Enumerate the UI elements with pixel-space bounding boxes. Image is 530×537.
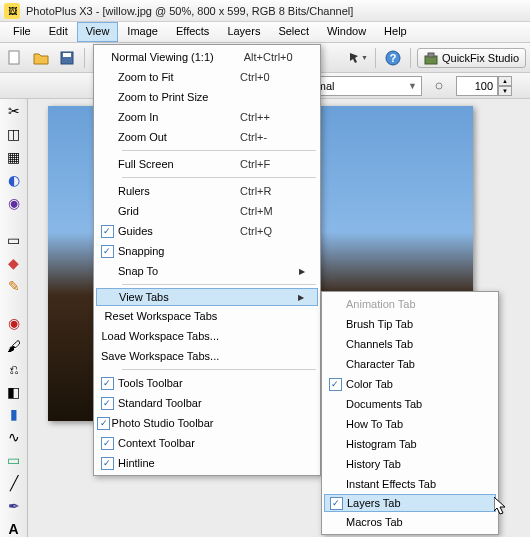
selection-tool[interactable]: ▦ (4, 149, 24, 166)
text-edit-tool[interactable]: ✎ (4, 277, 24, 294)
menu-save-tabs[interactable]: Save Workspace Tabs... (96, 346, 318, 366)
line-tool[interactable]: ╱ (4, 475, 24, 492)
check-icon: ✓ (101, 245, 114, 258)
crop-tool[interactable]: ✂ (4, 103, 24, 120)
quickfix-studio-button[interactable]: QuickFix Studio (417, 48, 526, 68)
check-icon: ✓ (101, 437, 114, 450)
color-select-tool[interactable]: ◆ (4, 254, 24, 271)
menu-view-tabs[interactable]: View Tabs▶ (96, 288, 318, 306)
chevron-down-icon: ▼ (408, 81, 417, 91)
menu-edit[interactable]: Edit (40, 22, 77, 42)
menu-window[interactable]: Window (318, 22, 375, 42)
brush-tool[interactable]: 🖌 (4, 337, 24, 354)
menu-reset-tabs[interactable]: Reset Workspace Tabs (96, 306, 318, 326)
mouse-cursor-icon (494, 497, 510, 517)
menu-macros-tab[interactable]: Macros Tab (324, 512, 496, 532)
menu-hintline[interactable]: ✓Hintline (96, 453, 318, 473)
spin-up-icon[interactable]: ▲ (498, 76, 512, 86)
submenu-arrow-icon: ▶ (296, 267, 308, 276)
svg-text:?: ? (390, 52, 397, 64)
quickfix-label: QuickFix Studio (442, 52, 519, 64)
menu-zoom-to-print[interactable]: Zoom to Print Size (96, 87, 318, 107)
menu-histogram-tab[interactable]: Histogram Tab (324, 434, 496, 454)
pointer-icon[interactable]: ▼ (347, 47, 369, 69)
spin-down-icon[interactable]: ▼ (498, 86, 512, 96)
menu-select[interactable]: Select (269, 22, 318, 42)
check-icon: ✓ (101, 377, 114, 390)
menu-zoom-in[interactable]: Zoom InCtrl++ (96, 107, 318, 127)
help-icon[interactable]: ? (382, 47, 404, 69)
menu-layers[interactable]: Layers (218, 22, 269, 42)
smudge-tool[interactable]: ∿ (4, 429, 24, 446)
pen-tool[interactable]: ✒ (4, 497, 24, 514)
menu-full-screen[interactable]: Full ScreenCtrl+F (96, 154, 318, 174)
menu-file[interactable]: File (4, 22, 40, 42)
view-tabs-submenu: Animation Tab Brush Tip Tab Channels Tab… (321, 291, 499, 535)
menu-separator (122, 150, 316, 151)
quickfix-icon (424, 51, 438, 65)
opacity-spinner[interactable]: 100 ▲▼ (456, 76, 512, 96)
menu-photo-studio-toolbar[interactable]: ✓Photo Studio Toolbar (96, 413, 318, 433)
menu-load-tabs[interactable]: Load Workspace Tabs... (96, 326, 318, 346)
menu-howto-tab[interactable]: How To Tab (324, 414, 496, 434)
menu-animation-tab[interactable]: Animation Tab (324, 294, 496, 314)
menubar: File Edit View Image Effects Layers Sele… (0, 22, 530, 43)
submenu-arrow-icon: ▶ (295, 293, 307, 302)
menu-standard-toolbar[interactable]: ✓Standard Toolbar (96, 393, 318, 413)
separator (375, 48, 376, 68)
menu-grid[interactable]: GridCtrl+M (96, 201, 318, 221)
adjust-tool[interactable]: ◐ (4, 172, 24, 189)
menu-tools-toolbar[interactable]: ✓Tools Toolbar (96, 373, 318, 393)
menu-view[interactable]: View (77, 22, 119, 42)
save-button[interactable] (56, 47, 78, 69)
separator (410, 48, 411, 68)
menu-brush-tip-tab[interactable]: Brush Tip Tab (324, 314, 496, 334)
check-icon: ✓ (330, 497, 343, 510)
svg-rect-0 (9, 51, 19, 64)
check-icon: ✓ (101, 225, 114, 238)
deform-tool[interactable]: ◫ (4, 126, 24, 143)
check-icon: ✓ (101, 457, 114, 470)
titlebar: 🖼 PhotoPlus X3 - [willow.jpg @ 50%, 800 … (0, 0, 530, 22)
new-button[interactable] (4, 47, 26, 69)
check-icon: ✓ (101, 397, 114, 410)
menu-snapping[interactable]: ✓Snapping (96, 241, 318, 261)
menu-zoom-out[interactable]: Zoom OutCtrl+- (96, 127, 318, 147)
menu-channels-tab[interactable]: Channels Tab (324, 334, 496, 354)
eraser-tool[interactable]: ◧ (4, 383, 24, 400)
menu-snap-to[interactable]: Snap To▶ (96, 261, 318, 281)
svg-rect-8 (428, 53, 434, 57)
marquee-tool[interactable]: ▭ (4, 232, 24, 249)
app-icon: 🖼 (4, 3, 20, 19)
open-button[interactable] (30, 47, 52, 69)
fill-tool[interactable]: ▮ (4, 406, 24, 423)
menu-effects[interactable]: Effects (167, 22, 218, 42)
redeye-tool[interactable]: ◉ (4, 315, 24, 332)
effect-tool[interactable]: ◉ (4, 194, 24, 211)
svg-rect-2 (63, 53, 71, 57)
menu-rulers[interactable]: RulersCtrl+R (96, 181, 318, 201)
menu-zoom-to-fit[interactable]: Zoom to FitCtrl+0 (96, 67, 318, 87)
tools-toolbar: ✂ ◫ ▦ ◐ ◉ ▭ ◆ ✎ ◉ 🖌 ⎌ ◧ ▮ ∿ ▭ ╱ ✒ A (0, 99, 28, 537)
window-title: PhotoPlus X3 - [willow.jpg @ 50%, 800 x … (26, 5, 353, 17)
menu-normal-viewing[interactable]: Normal Viewing (1:1)Alt+Ctrl+0 (96, 47, 318, 67)
menu-layers-tab[interactable]: ✓Layers Tab (324, 494, 496, 512)
menu-character-tab[interactable]: Character Tab (324, 354, 496, 374)
check-icon: ✓ (329, 378, 342, 391)
text-tool[interactable]: A (4, 520, 24, 537)
opacity-value: 100 (475, 80, 493, 92)
menu-guides[interactable]: ✓GuidesCtrl+Q (96, 221, 318, 241)
clone-tool[interactable]: ⎌ (4, 360, 24, 377)
shape-tool[interactable]: ▭ (4, 452, 24, 469)
menu-help[interactable]: Help (375, 22, 416, 42)
link-icon[interactable] (428, 75, 450, 97)
menu-history-tab[interactable]: History Tab (324, 454, 496, 474)
view-menu: Normal Viewing (1:1)Alt+Ctrl+0 Zoom to F… (93, 44, 321, 476)
menu-documents-tab[interactable]: Documents Tab (324, 394, 496, 414)
menu-instant-effects-tab[interactable]: Instant Effects Tab (324, 474, 496, 494)
menu-separator (122, 369, 316, 370)
menu-color-tab[interactable]: ✓Color Tab (324, 374, 496, 394)
menu-image[interactable]: Image (118, 22, 167, 42)
menu-context-toolbar[interactable]: ✓Context Toolbar (96, 433, 318, 453)
menu-separator (122, 177, 316, 178)
